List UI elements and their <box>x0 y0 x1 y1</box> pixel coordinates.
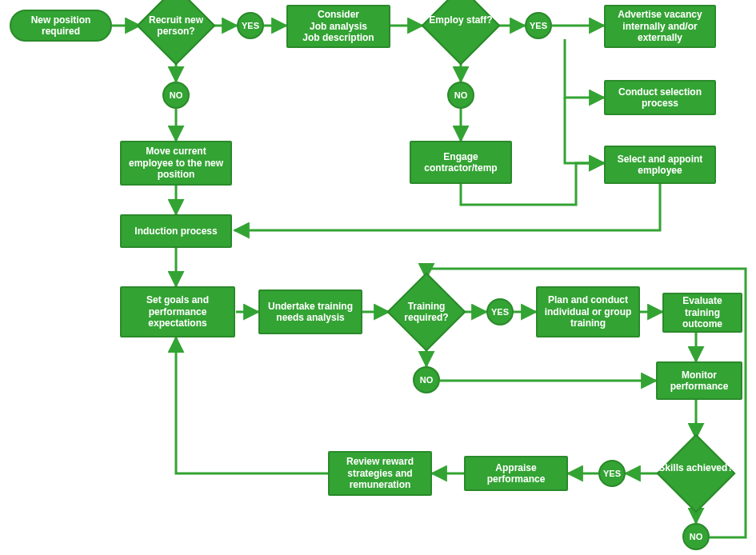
no-badge: NO <box>162 82 190 109</box>
process-move-label: Move current employee to the new positio… <box>125 146 227 180</box>
process-induction: Induction process <box>120 214 232 248</box>
process-goals: Set goals and performance expectations <box>120 286 235 337</box>
process-appraise-label: Appraise performance <box>469 462 563 485</box>
process-review-label: Review reward strategies and remuneratio… <box>333 456 427 490</box>
decision-training-label: Training required? <box>386 301 466 323</box>
process-monitor: Monitor performance <box>656 361 742 400</box>
yes-badge-4: YES <box>598 460 626 487</box>
process-select-label: Select and appoint employee <box>609 154 711 177</box>
process-selection: Conduct selection process <box>604 80 716 115</box>
process-advertise-label: Advertise vacancy internally and/or exte… <box>609 9 711 43</box>
no-badge-2: NO <box>447 82 474 109</box>
process-selection-label: Conduct selection process <box>609 86 711 110</box>
decision-recruit-label: Recruit new person? <box>136 14 216 37</box>
yes-badge-3: YES <box>486 298 514 325</box>
start-label: New position required <box>14 14 107 38</box>
start-terminator: New position required <box>10 10 112 42</box>
process-engage-label: Engage contractor/temp <box>414 151 507 174</box>
decision-employ-label: Employ staff? <box>421 14 501 26</box>
process-consider: Consider Job analysis Job description <box>286 5 390 48</box>
process-engage: Engage contractor/temp <box>410 141 512 184</box>
process-consider-label: Consider Job analysis Job description <box>302 9 374 43</box>
process-move-employee: Move current employee to the new positio… <box>120 141 232 186</box>
process-appraise: Appraise performance <box>464 456 568 491</box>
process-plan-label: Plan and conduct individual or group tra… <box>541 294 635 329</box>
yes-badge-2: YES <box>525 12 552 39</box>
no-badge-3: NO <box>413 366 440 393</box>
process-plan: Plan and conduct individual or group tra… <box>536 286 640 337</box>
yes-badge: YES <box>237 12 264 39</box>
process-advertise: Advertise vacancy internally and/or exte… <box>604 5 716 48</box>
process-monitor-label: Monitor performance <box>661 369 738 393</box>
process-evaluate: Evaluate training outcome <box>662 293 742 333</box>
process-induction-label: Induction process <box>134 226 217 237</box>
process-undertake: Undertake training needs analysis <box>258 289 362 334</box>
process-review: Review reward strategies and remuneratio… <box>328 451 432 496</box>
no-badge-4: NO <box>682 523 710 550</box>
decision-skills-label: Skills achieved? <box>658 462 734 473</box>
process-goals-label: Set goals and performance expectations <box>125 294 230 329</box>
process-evaluate-label: Evaluate training outcome <box>667 295 738 329</box>
process-undertake-label: Undertake training needs analysis <box>263 301 358 324</box>
process-select-appoint: Select and appoint employee <box>604 146 716 184</box>
